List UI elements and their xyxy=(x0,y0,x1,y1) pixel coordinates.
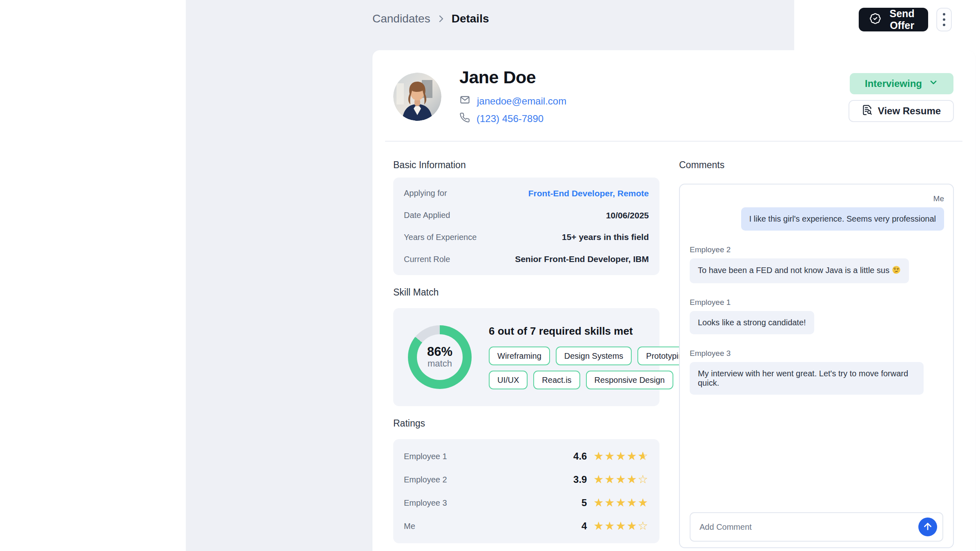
view-resume-button[interactable]: View Resume xyxy=(849,100,954,122)
info-row-current-role: Current Role Senior Front-End Developer,… xyxy=(404,248,649,270)
info-label: Years of Experience xyxy=(404,233,477,242)
comment-me: Me I like this girl's experience. Seems … xyxy=(690,194,944,231)
star-icon: ★ xyxy=(593,497,604,509)
comments-heading: Comments xyxy=(679,160,724,171)
rating-row: Employee 3 5 ★★★★★ xyxy=(404,491,649,515)
star-icon: ★ xyxy=(605,497,616,509)
kebab-dot xyxy=(943,24,945,26)
skill-pill: Design Systems xyxy=(556,347,632,365)
skill-pill: React.is xyxy=(533,371,580,389)
star-icon: ★ xyxy=(616,474,627,485)
info-row-date-applied: Date Applied 10/06/2025 xyxy=(404,204,649,227)
badge-check-icon xyxy=(869,13,881,27)
send-comment-button[interactable] xyxy=(918,518,937,536)
star-icon: ★ xyxy=(627,474,638,485)
candidate-email[interactable]: janedoe@email.com xyxy=(477,96,566,107)
star-icon: ★ xyxy=(627,451,638,462)
rater-name: Employee 3 xyxy=(404,498,447,508)
breadcrumb: Candidates Details xyxy=(372,12,489,25)
candidate-details-page: Candidates Details Send Offer xyxy=(0,0,980,551)
rating-value: 5 xyxy=(581,497,587,509)
breadcrumb-details: Details xyxy=(452,12,489,25)
topbar-actions: Send Offer xyxy=(859,8,952,31)
match-label: match xyxy=(428,358,452,369)
info-row-experience: Years of Experience 15+ years in this fi… xyxy=(404,227,649,249)
send-offer-label: Send Offer xyxy=(886,8,918,31)
comment-author: Employee 3 xyxy=(690,349,731,358)
star-icon: ★ xyxy=(593,520,604,532)
chevron-right-icon xyxy=(436,14,446,24)
star-icon: ★ xyxy=(627,520,638,532)
rating-value: 4.6 xyxy=(573,451,587,462)
donut-center: 86% match xyxy=(408,325,472,389)
match-percent: 86% xyxy=(427,345,452,359)
comments-list[interactable]: Me I like this girl's experience. Seems … xyxy=(680,184,953,512)
info-value: 10/06/2025 xyxy=(606,211,649,220)
star-icon: ★ xyxy=(605,474,616,485)
thinking-face-emoji xyxy=(892,265,901,276)
skill-match-donut: 86% match xyxy=(408,325,472,389)
email-row[interactable]: janedoe@email.com xyxy=(459,94,566,108)
star-icon: ★ xyxy=(605,451,616,462)
phone-icon xyxy=(459,112,470,125)
ratings-heading: Ratings xyxy=(393,418,425,429)
status-label: Interviewing xyxy=(865,78,922,89)
comment-author: Employee 1 xyxy=(690,298,731,307)
comment-bubble: Looks like a strong candidate! xyxy=(690,311,814,334)
info-label: Applying for xyxy=(404,189,447,198)
rating-value: 3.9 xyxy=(573,474,587,485)
info-label: Current Role xyxy=(404,255,450,264)
add-comment-input[interactable] xyxy=(699,522,918,532)
star-icon: ★ xyxy=(616,520,627,532)
star-rating: ★★★★☆ xyxy=(593,474,649,485)
star-icon: ★ xyxy=(616,497,627,509)
info-label: Date Applied xyxy=(404,211,450,220)
comment-author: Employee 2 xyxy=(690,245,731,254)
more-options-button[interactable] xyxy=(936,8,952,31)
phone-row[interactable]: (123) 456-7890 xyxy=(459,112,543,125)
breadcrumb-candidates[interactable]: Candidates xyxy=(372,12,430,25)
applying-for-link[interactable]: Front-End Developer, Remote xyxy=(528,189,649,198)
comment-bubble: I like this girl's experience. Seems ver… xyxy=(741,207,944,231)
file-search-icon xyxy=(862,104,873,118)
view-resume-label: View Resume xyxy=(878,105,941,117)
star-icon: ☆ xyxy=(638,520,649,532)
chevron-down-icon xyxy=(929,78,938,90)
skill-match-heading: Skill Match xyxy=(393,287,439,298)
comment-bubble: To have been a FED and not know Java is … xyxy=(690,258,909,283)
star-rating: ★★★★☆ xyxy=(593,520,649,532)
kebab-dot xyxy=(943,18,945,21)
rating-row: Me 4 ★★★★☆ xyxy=(404,515,649,538)
status-dropdown[interactable]: Interviewing xyxy=(850,73,953,94)
info-value: Senior Front-End Developer, IBM xyxy=(515,254,649,264)
info-row-applying-for: Applying for Front-End Developer, Remote xyxy=(404,182,649,204)
candidate-name: Jane Doe xyxy=(459,67,536,87)
send-offer-button[interactable]: Send Offer xyxy=(859,8,928,31)
candidate-phone[interactable]: (123) 456-7890 xyxy=(477,113,543,124)
comment-employee-1: Employee 1 Looks like a strong candidate… xyxy=(690,298,944,334)
comment-author: Me xyxy=(933,194,944,203)
skill-match-card: 86% match 6 out of 7 required skills met… xyxy=(393,308,659,406)
star-rating: ★★★★★ xyxy=(593,497,649,509)
star-icon: ☆★ xyxy=(638,451,649,462)
candidate-avatar xyxy=(393,73,441,121)
info-value: 15+ years in this field xyxy=(562,232,649,242)
skill-pill: Wireframing xyxy=(489,347,550,365)
rating-row: Employee 1 4.6 ★★★★☆★ xyxy=(404,445,649,468)
basic-info-card: Applying for Front-End Developer, Remote… xyxy=(393,178,659,275)
rater-name: Me xyxy=(404,522,415,531)
comment-bubble: My interview with her went great. Let's … xyxy=(690,362,924,395)
star-icon: ★ xyxy=(605,520,616,532)
add-comment-box xyxy=(690,512,943,542)
candidate-card: Jane Doe janedoe@email.com (123) 456-789… xyxy=(372,50,975,551)
comments-panel: Me I like this girl's experience. Seems … xyxy=(679,184,954,548)
comment-employee-3: Employee 3 My interview with her went gr… xyxy=(690,349,944,395)
arrow-up-icon xyxy=(922,521,933,533)
star-icon: ★ xyxy=(593,451,604,462)
star-icon: ★ xyxy=(593,474,604,485)
basic-info-heading: Basic Information xyxy=(393,160,466,171)
star-icon: ★ xyxy=(627,497,638,509)
star-rating: ★★★★☆★ xyxy=(593,451,649,462)
rater-name: Employee 1 xyxy=(404,452,447,461)
rater-name: Employee 2 xyxy=(404,475,447,484)
